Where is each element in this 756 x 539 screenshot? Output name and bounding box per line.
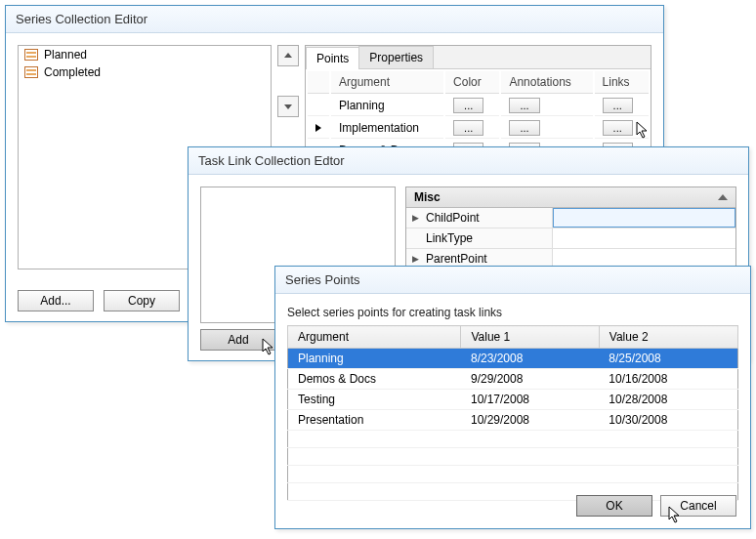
property-value[interactable] <box>553 208 735 228</box>
cell-argument: Implementation <box>331 118 443 139</box>
annotations-button[interactable]: ... <box>509 120 539 136</box>
expand-icon[interactable]: ▶ <box>412 213 419 223</box>
table-row <box>288 448 738 466</box>
window-title: Series Collection Editor <box>6 6 663 33</box>
links-button[interactable]: ... <box>603 98 633 113</box>
cell-value1: 10/29/2008 <box>461 410 599 431</box>
instruction-text: Select series points for creating task l… <box>287 306 738 319</box>
category-header[interactable]: Misc <box>406 187 735 208</box>
series-points-table[interactable]: Argument Value 1 Value 2 Planning8/23/20… <box>287 325 738 501</box>
table-row[interactable]: Demos & Docs9/29/200810/16/2008 <box>288 369 738 390</box>
cell-links[interactable]: ... <box>595 96 649 116</box>
move-down-button[interactable] <box>277 96 299 117</box>
list-item[interactable]: Planned <box>19 46 271 63</box>
row-indicator <box>308 96 329 116</box>
table-row[interactable]: Planning8/23/20088/25/2008 <box>288 349 738 369</box>
cell-annotations[interactable]: ... <box>501 96 592 116</box>
cancel-button[interactable]: Cancel <box>660 495 736 517</box>
col-argument[interactable]: Argument <box>331 71 443 94</box>
links-button[interactable]: ... <box>603 120 633 136</box>
add-button[interactable]: Add... <box>18 290 94 311</box>
expand-icon[interactable]: ▶ <box>412 254 419 264</box>
cell-value1: 10/17/2008 <box>461 390 599 410</box>
table-row <box>288 431 738 448</box>
table-row[interactable]: Planning......... <box>308 96 649 116</box>
list-item-label: Planned <box>44 48 87 62</box>
property-value[interactable] <box>553 228 735 248</box>
col-value2[interactable]: Value 2 <box>599 326 737 349</box>
col-color[interactable]: Color <box>445 71 499 94</box>
collapse-icon <box>718 194 728 200</box>
table-row[interactable]: Testing10/17/200810/28/2008 <box>288 390 738 410</box>
cell-argument: Planning <box>331 96 443 116</box>
tab-properties[interactable]: Properties <box>358 46 434 68</box>
color-picker-button[interactable]: ... <box>453 98 483 113</box>
add-button[interactable]: Add <box>200 329 276 351</box>
tab-points[interactable]: Points <box>306 47 359 69</box>
col-links[interactable]: Links <box>595 71 649 94</box>
property-row[interactable]: ▶ChildPoint <box>406 208 735 228</box>
cell-value1: 8/23/2008 <box>461 349 599 369</box>
cell-argument: Presentation <box>288 410 461 431</box>
list-item[interactable]: Completed <box>19 63 271 81</box>
series-icon <box>24 66 38 78</box>
cell-value1: 9/29/2008 <box>461 369 599 390</box>
color-picker-button[interactable]: ... <box>453 120 483 136</box>
row-indicator <box>308 118 329 139</box>
property-label: LinkType <box>406 228 553 248</box>
list-item-label: Completed <box>44 65 101 79</box>
property-row[interactable]: LinkType <box>406 228 735 249</box>
cell-value2: 10/16/2008 <box>599 369 737 390</box>
move-up-button[interactable] <box>277 45 299 66</box>
cell-value2: 8/25/2008 <box>599 349 737 369</box>
table-row[interactable]: Implementation......... <box>308 118 649 139</box>
cell-value2: 10/28/2008 <box>599 390 737 410</box>
annotations-button[interactable]: ... <box>509 98 539 113</box>
property-label: ▶ChildPoint <box>406 208 553 228</box>
series-icon <box>24 49 38 61</box>
window-title: Task Link Collection Edtor <box>189 147 748 175</box>
table-row <box>288 466 738 483</box>
ok-button[interactable]: OK <box>576 495 652 517</box>
window-title: Series Points <box>275 267 750 294</box>
cell-links[interactable]: ... <box>595 118 649 139</box>
cell-argument: Planning <box>288 349 461 369</box>
series-points-dialog: Series Points Select series points for c… <box>274 266 751 529</box>
col-argument[interactable]: Argument <box>288 326 461 349</box>
cell-value2: 10/30/2008 <box>599 410 737 431</box>
col-annotations[interactable]: Annotations <box>501 71 592 94</box>
cell-argument: Demos & Docs <box>288 369 461 390</box>
table-row[interactable]: Presentation10/29/200810/30/2008 <box>288 410 738 431</box>
cell-annotations[interactable]: ... <box>501 118 592 139</box>
copy-button[interactable]: Copy <box>104 290 180 311</box>
cell-argument: Testing <box>288 390 461 410</box>
cell-color[interactable]: ... <box>445 118 499 139</box>
col-value1[interactable]: Value 1 <box>461 326 599 349</box>
cell-color[interactable]: ... <box>445 96 499 116</box>
